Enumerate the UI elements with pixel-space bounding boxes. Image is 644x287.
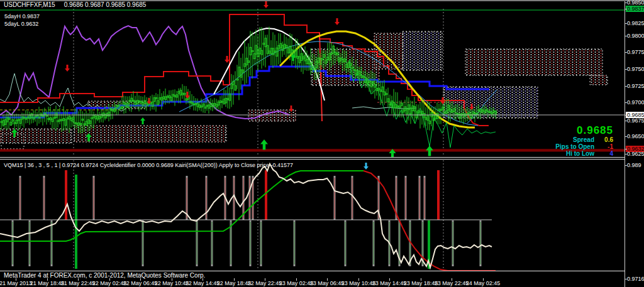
cycle-down-arrow-icon — [364, 163, 369, 170]
ichimoku-cloud — [248, 110, 296, 121]
axis-tick — [625, 23, 627, 24]
axis-tick — [625, 136, 627, 137]
price-axis-label: 0.9675 — [627, 117, 644, 124]
time-axis-tick — [452, 278, 452, 281]
time-axis-label: 23 May 18:45 — [404, 280, 438, 286]
time-axis-tick — [265, 278, 265, 281]
time-axis-tick — [421, 278, 421, 281]
chart-ohlc-header: USDCHFFXF,M150.9686 0.9687 0.9685 0.9685 — [4, 1, 146, 8]
spread-label: Spread — [573, 136, 594, 143]
hi-to-low-row: Hi to Low4 — [555, 150, 613, 157]
ichimoku-cloud — [374, 33, 403, 69]
five-day-high-label: 5dayH 0.9837 — [4, 13, 40, 20]
time-axis-tick — [234, 278, 235, 281]
axis-tick — [625, 9, 627, 9]
price-axis-label: 0.9700 — [627, 99, 644, 106]
time-axis-tick — [16, 278, 16, 281]
ichimoku-cloud — [402, 31, 442, 70]
price-axis-label: 0.9800 — [627, 33, 644, 39]
price-axis-label: 0.9837 — [626, 6, 644, 12]
time-axis-label: 24 May 02:45 — [466, 280, 501, 286]
panel-divider-top — [0, 157, 625, 158]
ichimoku-cloud — [74, 126, 226, 142]
indicator-subwindow[interactable] — [0, 160, 625, 271]
time-axis-label: 22 May 18:45 — [217, 280, 252, 286]
pips-to-open-value: -1 — [599, 143, 613, 150]
pips-to-open-label: Pips to Open — [555, 143, 594, 150]
symbol-timeframe-label: USDCHFFXF,M15 — [4, 1, 55, 8]
axis-tick — [625, 3, 627, 3]
time-axis-label: 23 May 22:45 — [435, 280, 469, 286]
status-bar: MetaTrader 4 at FOREX.com, c 2001-2012, … — [4, 272, 205, 279]
sell-arrow-icon — [65, 65, 70, 72]
axis-tick — [625, 102, 627, 103]
price-axis-label: 0.9775 — [627, 49, 644, 55]
spread-row: Spread0.6 — [555, 136, 613, 143]
time-axis-label: 21 May 22:45 — [61, 280, 96, 286]
hi-to-low-value: 4 — [599, 150, 613, 157]
time-axis-tick — [296, 278, 297, 281]
subwindow-bottom-border — [0, 271, 625, 271]
axis-tick — [625, 121, 627, 121]
spread-value: 0.6 — [599, 136, 613, 143]
time-axis-label: 23 May 14:45 — [372, 280, 407, 286]
time-axis-tick — [358, 278, 359, 281]
price-axis[interactable]: 0.98500.98370.98250.98000.97750.97500.97… — [625, 0, 644, 287]
axis-tick — [625, 86, 627, 87]
time-axis-tick — [203, 278, 203, 281]
time-axis-tick — [78, 278, 79, 281]
price-axis-label: 0.9825 — [627, 20, 644, 26]
price-axis-label: 0.9750 — [627, 66, 644, 72]
price-axis-label: 0.9850 — [627, 0, 644, 6]
axis-tick — [625, 149, 627, 149]
time-axis-label: 22 May 22:45 — [248, 280, 282, 286]
market-info-panel: 0.9685 Spread0.6 Pips to Open-1 Hi to Lo… — [555, 125, 613, 157]
time-axis[interactable]: 21 May 201321 May 18:4521 May 22:4522 Ma… — [0, 279, 644, 287]
time-axis-label: 23 May 10:45 — [341, 280, 376, 286]
indicator-axis-label: 0.989 — [627, 162, 641, 168]
time-axis-label: 22 May 14:45 — [186, 280, 220, 286]
time-axis-label: 21 May 18:45 — [30, 280, 65, 286]
time-axis-label: 21 May 2013 — [0, 280, 32, 286]
axis-tick — [625, 154, 627, 154]
time-axis-tick — [140, 278, 141, 281]
time-axis-label: 23 May 06:45 — [310, 280, 345, 286]
sell-arrow-icon — [225, 56, 230, 63]
mt4-chart-window: USDCHFFXF,M150.9686 0.9687 0.9685 0.9685… — [0, 0, 644, 287]
time-axis-label: 22 May 10:45 — [155, 280, 189, 286]
price-axis-label: 0.9725 — [627, 83, 644, 89]
buy-arrow-icon — [260, 139, 268, 150]
axis-tick — [625, 165, 627, 166]
ichimoku-cloud — [590, 75, 608, 85]
ohlc-values: 0.9686 0.9687 0.9685 0.9685 — [64, 1, 147, 8]
price-axis-label: 0.9650 — [627, 133, 644, 139]
time-axis-label: 22 May 02:45 — [92, 280, 127, 286]
panel-divider-bottom — [0, 159, 625, 160]
time-axis-label: 22 May 06:45 — [123, 280, 158, 286]
time-axis-tick — [47, 278, 48, 281]
indicator-header: VQM15 | 36 , 3 , 5 , 1 | 0.9724 0.9724 C… — [4, 162, 293, 168]
five-day-low-label: 5dayL 0.9632 — [4, 20, 40, 28]
price-axis-label: 0.9625 — [627, 151, 644, 157]
axis-tick — [625, 52, 627, 53]
five-day-range-labels: 5dayH 0.9837 5dayL 0.9632 — [4, 13, 40, 28]
hi-to-low-label: Hi to Low — [566, 150, 594, 157]
pips-to-open-row: Pips to Open-1 — [555, 143, 613, 150]
time-axis-tick — [389, 278, 390, 281]
ichimoku-cloud — [465, 49, 602, 75]
sell-arrow-icon — [264, 1, 269, 8]
ichimoku-cloud — [0, 129, 72, 143]
time-axis-label: 23 May 02:45 — [279, 280, 314, 286]
bid-price-value: 0.9685 — [555, 125, 613, 136]
time-axis-tick — [109, 278, 110, 281]
time-axis-tick — [327, 278, 328, 281]
axis-tick — [625, 69, 627, 70]
axis-tick — [625, 115, 627, 116]
axis-tick — [625, 36, 627, 36]
main-price-chart[interactable] — [0, 0, 625, 157]
buy-arrow-icon — [140, 117, 145, 124]
sell-arrow-icon — [335, 18, 340, 25]
time-axis-tick — [172, 278, 172, 281]
time-axis-tick — [483, 278, 484, 281]
